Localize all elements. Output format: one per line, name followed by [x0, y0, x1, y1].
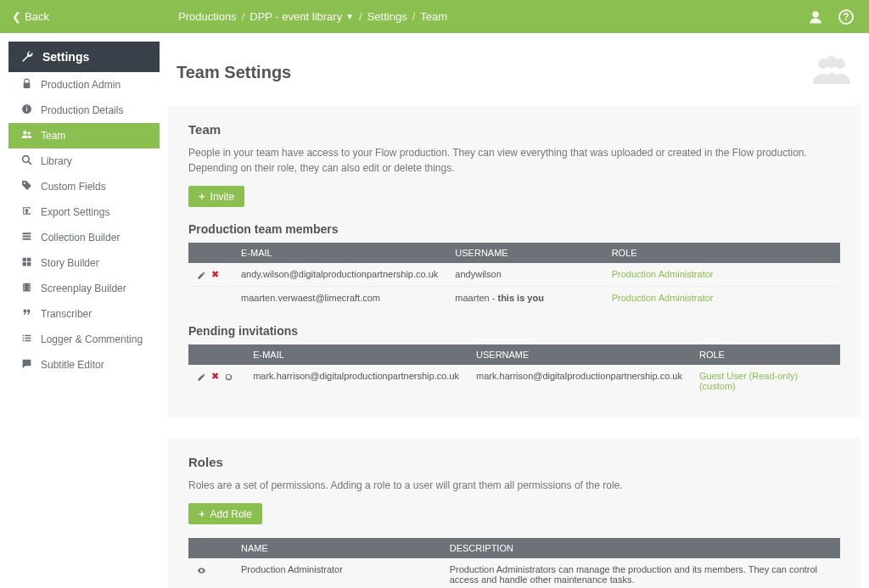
resend-icon[interactable] — [224, 371, 233, 381]
th-role: ROLE — [691, 344, 840, 365]
team-icon — [811, 55, 852, 90]
user-icon[interactable] — [808, 9, 823, 25]
sidebar-item-label: Custom Fields — [41, 181, 106, 193]
roles-table: NAME DESCRIPTION Production Administrato… — [188, 538, 840, 588]
stack-icon — [20, 231, 32, 244]
pending-heading: Pending invitations — [188, 324, 840, 338]
th-email: E-MAIL — [233, 243, 446, 263]
users-icon — [20, 129, 32, 143]
sidebar-item-logger-commenting[interactable]: Logger & Commenting — [8, 327, 160, 352]
wrench-icon — [20, 50, 34, 64]
sidebar-item-team[interactable]: Team — [8, 123, 160, 148]
sidebar-item-label: Logger & Commenting — [41, 333, 143, 345]
sidebar: Settings Production AdminProduction Deta… — [8, 42, 160, 588]
table-row: ✖andy.wilson@digitalproductionpartnershi… — [188, 263, 840, 287]
cell-email: mark.harrison@digitalproductionpartnersh… — [244, 365, 468, 397]
sidebar-item-label: Production Admin — [41, 79, 121, 91]
cell-username: mark.harrison@digitalproductionpartnersh… — [468, 365, 691, 397]
breadcrumb: Productions / DPP - event library ▼ / Se… — [168, 0, 793, 33]
sidebar-item-label: Subtitle Editor — [41, 359, 104, 371]
sidebar-item-transcriber[interactable]: Transcriber — [8, 301, 160, 327]
topbar-actions: ? — [793, 0, 869, 33]
main-content: Team Settings Team People in your team h… — [160, 33, 869, 588]
roles-panel: Roles Roles are a set of permissions. Ad… — [168, 438, 861, 588]
th-username: USERNAME — [446, 243, 603, 263]
edit-icon[interactable] — [197, 269, 206, 279]
roles-description: Roles are a set of permissions. Adding a… — [188, 478, 840, 493]
sidebar-item-screenplay-builder[interactable]: Screenplay Builder — [8, 276, 160, 301]
plus-icon: + — [199, 507, 205, 520]
sidebar-item-label: Collection Builder — [41, 232, 120, 244]
chevron-left-icon: ❮ — [12, 11, 21, 22]
edit-icon[interactable] — [197, 371, 206, 381]
team-panel: Team People in your team have access to … — [168, 105, 861, 417]
add-role-label: Add Role — [210, 508, 252, 520]
crumb-productions[interactable]: Productions — [178, 10, 237, 23]
lock-icon — [20, 78, 32, 92]
quote-icon — [20, 307, 32, 321]
invite-button[interactable]: + Invite — [188, 186, 244, 207]
sidebar-header: Settings — [8, 42, 160, 72]
grid-icon — [20, 256, 32, 270]
members-heading: Production team members — [188, 222, 840, 236]
crumb-team[interactable]: Team — [420, 10, 447, 23]
page-title: Team Settings — [177, 63, 291, 82]
back-button[interactable]: ❮ Back — [0, 0, 168, 33]
tag-icon — [20, 180, 32, 193]
chat-icon — [20, 358, 32, 372]
plus-icon: + — [199, 190, 205, 203]
list-icon — [20, 333, 32, 346]
th-description: DESCRIPTION — [441, 538, 840, 558]
th-username: USERNAME — [468, 344, 691, 365]
pending-table: E-MAIL USERNAME ROLE ✖ mark.harrison@dig… — [188, 344, 840, 397]
team-heading: Team — [188, 122, 840, 137]
sidebar-item-custom-fields[interactable]: Custom Fields — [8, 174, 160, 199]
info-icon — [20, 104, 32, 117]
delete-icon[interactable]: ✖ — [211, 371, 219, 381]
team-description: People in your team have access to your … — [188, 145, 840, 176]
film-icon — [20, 282, 32, 295]
table-row: ✖ mark.harrison@digitalproductionpartner… — [188, 365, 840, 397]
th-role: ROLE — [603, 243, 840, 263]
role-link[interactable]: Production Administrator — [612, 269, 714, 279]
cell-username: maarten - this is you — [446, 287, 603, 310]
sidebar-item-library[interactable]: Library — [8, 148, 160, 174]
sidebar-item-label: Production Details — [41, 104, 123, 116]
sidebar-item-subtitle-editor[interactable]: Subtitle Editor — [8, 352, 160, 378]
sidebar-item-label: Team — [41, 130, 65, 142]
cell-role-desc: Production Administrators can manage the… — [441, 558, 840, 588]
view-icon[interactable] — [197, 564, 206, 574]
topbar: ❮ Back Productions / DPP - event library… — [0, 0, 869, 33]
search-icon — [20, 154, 32, 168]
delete-icon[interactable]: ✖ — [211, 269, 219, 279]
table-row: maarten.verwaest@limecraft.commaarten - … — [188, 287, 840, 310]
sidebar-item-production-details[interactable]: Production Details — [8, 98, 160, 123]
sidebar-item-label: Transcriber — [41, 308, 92, 320]
sidebar-item-collection-builder[interactable]: Collection Builder — [8, 225, 160, 250]
role-link[interactable]: Guest User (Read-only) (custom) — [699, 371, 798, 391]
crumb-settings[interactable]: Settings — [367, 10, 407, 23]
members-table: E-MAIL USERNAME ROLE ✖andy.wilson@digita… — [188, 243, 840, 309]
export-icon — [20, 205, 32, 219]
th-name: NAME — [233, 538, 441, 558]
sidebar-item-label: Story Builder — [41, 257, 99, 269]
sidebar-item-production-admin[interactable]: Production Admin — [8, 72, 160, 98]
role-link[interactable]: Production Administrator — [612, 293, 714, 303]
cell-role-name: Production Administrator — [233, 558, 441, 588]
th-email: E-MAIL — [244, 344, 468, 365]
sidebar-item-story-builder[interactable]: Story Builder — [8, 250, 160, 276]
crumb-production[interactable]: DPP - event library — [249, 10, 342, 23]
sidebar-item-label: Export Settings — [41, 206, 109, 218]
back-label: Back — [25, 10, 49, 23]
sidebar-item-label: Library — [41, 155, 72, 167]
cell-username: andywilson — [446, 263, 603, 287]
roles-heading: Roles — [188, 455, 840, 469]
sidebar-item-export-settings[interactable]: Export Settings — [8, 199, 160, 225]
cell-email: andy.wilson@digitalproductionpartnership… — [233, 263, 446, 287]
add-role-button[interactable]: + Add Role — [188, 503, 262, 524]
sidebar-title: Settings — [42, 50, 89, 64]
help-icon[interactable]: ? — [838, 9, 854, 25]
sidebar-item-label: Screenplay Builder — [41, 283, 126, 294]
cell-email: maarten.verwaest@limecraft.com — [233, 287, 446, 310]
chevron-down-icon[interactable]: ▼ — [345, 12, 354, 21]
